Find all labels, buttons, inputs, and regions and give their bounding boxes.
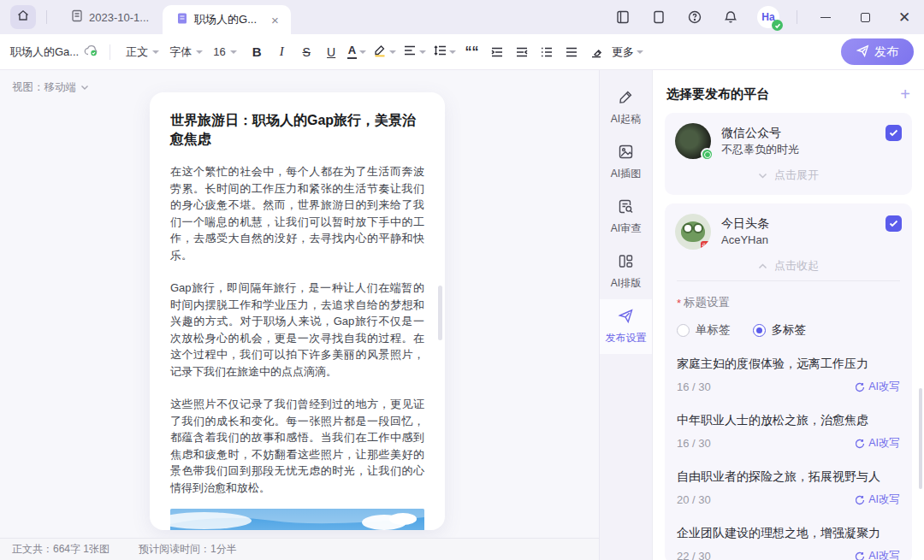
- panel-scrollbar[interactable]: [919, 388, 922, 489]
- image-icon: [618, 144, 634, 162]
- toutiao-avatar: 头条: [675, 214, 711, 250]
- collapse-toggle[interactable]: 点击收起: [675, 250, 902, 279]
- char-count: 22 / 30: [677, 550, 711, 560]
- char-count: 20 / 30: [677, 493, 711, 506]
- clear-format-button[interactable]: [584, 40, 607, 64]
- rail-item-ai-review[interactable]: AI审查: [600, 190, 652, 245]
- pencil-icon: [618, 89, 634, 108]
- align-button[interactable]: [400, 40, 429, 64]
- ordered-list-button[interactable]: [535, 40, 558, 64]
- title-option-3[interactable]: 自由职业者的探险之旅，拓展视野与人 20 / 30 AI改写: [677, 468, 900, 507]
- chevron-down-icon: [359, 50, 366, 54]
- align-left-icon: [403, 44, 417, 60]
- platform-row: 微信公众号 不忍辜负的时光: [675, 123, 902, 159]
- publish-button[interactable]: 发布: [841, 38, 914, 65]
- font-family-dropdown[interactable]: 字体: [164, 41, 208, 63]
- bold-button[interactable]: B: [246, 40, 269, 64]
- strikethrough-button[interactable]: S: [295, 40, 318, 64]
- blockquote-button[interactable]: ““: [460, 40, 483, 64]
- char-count: 16 / 30: [677, 380, 711, 393]
- outdent-button[interactable]: [510, 40, 533, 64]
- maximize-button[interactable]: [854, 6, 876, 28]
- ai-tools-rail: AI起稿 AI插图 AI审查 AI排版: [599, 70, 652, 560]
- bell-icon[interactable]: [721, 8, 740, 27]
- article-preview-card[interactable]: 世界旅游日：职场人的Gap旅行，美景治愈焦虑 在这个繁忙的社会中，每个人都在为了…: [150, 92, 445, 530]
- platform-card-wechat[interactable]: 微信公众号 不忍辜负的时光 点击展开: [665, 113, 912, 195]
- platform-account: AceYHan: [721, 232, 769, 248]
- paragraph-style-dropdown[interactable]: 正文: [121, 41, 164, 63]
- window-titlebar: 2023-10-1... 职场人的G... × Ha: [0, 0, 924, 34]
- window-close-button[interactable]: ✕: [893, 6, 915, 28]
- word-count: 正文共：664字 1张图: [12, 542, 110, 557]
- panel-header: 选择要发布的平台 +: [665, 82, 912, 113]
- help-icon[interactable]: [685, 8, 704, 27]
- statusbar: 正文共：664字 1张图 预计阅读时间：1分半: [0, 538, 599, 560]
- ai-rewrite-button[interactable]: AI改写: [855, 492, 900, 507]
- radio-icon: [677, 324, 690, 337]
- highlight-button[interactable]: [370, 40, 399, 64]
- check-icon: [889, 129, 898, 137]
- rail-item-publish-settings[interactable]: 发布设置: [600, 299, 652, 354]
- rail-item-ai-layout[interactable]: AI排版: [600, 245, 652, 299]
- tab-label: 职场人的G...: [194, 12, 257, 27]
- journal-icon[interactable]: [613, 8, 632, 27]
- more-dropdown[interactable]: 更多: [609, 40, 646, 64]
- publish-settings-panel: 选择要发布的平台 + 微信公众号 不忍辜负的时光: [652, 70, 924, 560]
- platform-name: 今日头条: [721, 214, 769, 232]
- indent-button[interactable]: [485, 40, 508, 64]
- document-icon: [71, 9, 83, 25]
- unordered-list-button[interactable]: [560, 40, 583, 64]
- title-option-4[interactable]: 企业团队建设的理想之地，增强凝聚力 22 / 30 AI改写: [677, 524, 900, 560]
- chevron-down-icon: [389, 50, 396, 54]
- article-paragraph: 这些照片不仅记录了我们曾经到过的地方，更见证了我们的成长和变化。每一张照片都是一…: [170, 396, 424, 496]
- tab-recent-doc[interactable]: 2023-10-1...: [57, 0, 163, 34]
- rail-item-ai-illustration[interactable]: AI插图: [600, 135, 652, 190]
- tab-current-doc[interactable]: 职场人的G... ×: [163, 5, 291, 34]
- wechat-badge-icon: [701, 148, 714, 161]
- user-avatar[interactable]: Ha: [757, 6, 779, 28]
- title-option-1[interactable]: 家庭主妇的度假体验，远离工作压力 16 / 30 AI改写: [677, 355, 900, 394]
- radio-multi-tag[interactable]: 多标签: [753, 322, 807, 338]
- cloud-sync-icon: [84, 44, 99, 59]
- close-icon[interactable]: ×: [271, 14, 279, 27]
- divider: [110, 44, 110, 60]
- line-height-icon: [433, 44, 447, 60]
- format-buttons: B I S U A ““: [246, 40, 646, 64]
- add-platform-icon[interactable]: +: [900, 85, 910, 103]
- chevron-down-icon: [152, 50, 159, 54]
- editor-scrollbar[interactable]: [438, 286, 442, 340]
- font-size-dropdown[interactable]: 16: [208, 42, 241, 62]
- refresh-icon: [855, 495, 865, 505]
- send-icon: [618, 308, 634, 327]
- minimize-button[interactable]: [814, 6, 837, 28]
- font-color-button[interactable]: A: [345, 40, 369, 64]
- title-option-2[interactable]: 中年职业人士的放松之旅，治愈焦虑 16 / 30 AI改写: [677, 411, 900, 451]
- format-toolbar: 职场人的Ga... 正文 字体 16 B I S U A: [0, 34, 924, 70]
- doc-title: 职场人的Ga...: [10, 44, 99, 60]
- ai-rewrite-button[interactable]: AI改写: [855, 436, 900, 451]
- radio-single-tag[interactable]: 单标签: [677, 322, 731, 338]
- italic-button[interactable]: I: [270, 40, 293, 64]
- chevron-down-icon: [758, 173, 767, 179]
- titlebar-actions: Ha ✕: [613, 0, 915, 34]
- home-button[interactable]: [10, 5, 36, 29]
- expand-toggle[interactable]: 点击展开: [675, 159, 902, 188]
- ai-rewrite-button[interactable]: AI改写: [855, 549, 900, 560]
- underline-button[interactable]: U: [320, 40, 343, 64]
- home-icon: [16, 9, 30, 26]
- device-icon[interactable]: [649, 8, 668, 27]
- rail-item-ai-draft[interactable]: AI起稿: [600, 80, 652, 135]
- document-icon: [176, 12, 188, 27]
- platform-checkbox[interactable]: [886, 215, 902, 232]
- required-asterisk: *: [677, 297, 681, 309]
- view-mode-dropdown[interactable]: 视图：移动端: [12, 80, 89, 95]
- title-settings-label: * 标题设置: [677, 295, 900, 310]
- paper-plane-icon: [856, 44, 869, 60]
- refresh-icon: [855, 439, 865, 449]
- chevron-down-icon: [80, 85, 89, 91]
- ai-rewrite-button[interactable]: AI改写: [855, 380, 900, 394]
- platform-checkbox[interactable]: [886, 125, 902, 141]
- verified-badge-icon: [772, 20, 783, 31]
- platform-card-toutiao[interactable]: 头条 今日头条 AceYHan 点击收起 * 标题设置: [665, 203, 912, 560]
- line-height-button[interactable]: [430, 40, 459, 64]
